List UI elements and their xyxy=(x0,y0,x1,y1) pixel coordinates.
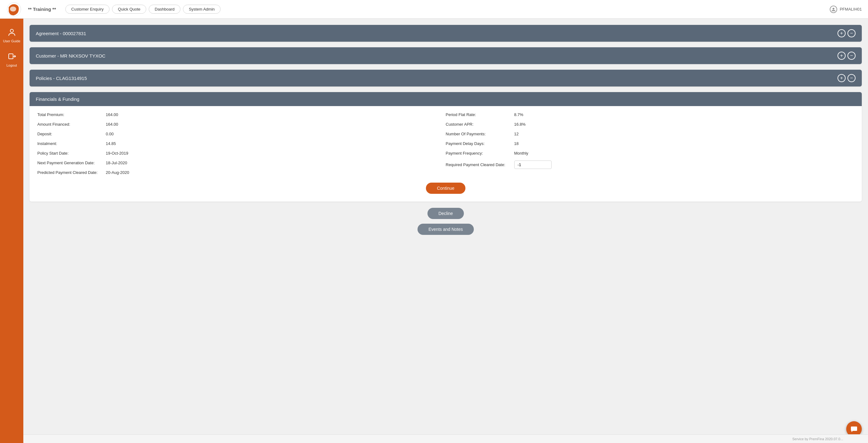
total-premium-label: Total Premium: xyxy=(37,112,106,117)
dashboard-btn[interactable]: Dashboard xyxy=(149,5,181,14)
amount-financed-label: Amount Financed: xyxy=(37,122,106,127)
sidebar-item-user-guide[interactable]: User Guide xyxy=(1,25,23,46)
field-predicted-payment-cleared: Predicted Payment Cleared Date: 20-Aug-2… xyxy=(37,170,446,175)
customer-panel: Customer - MR NKXSOV TYXOC + − xyxy=(30,47,862,64)
predicted-payment-cleared-label: Predicted Payment Cleared Date: xyxy=(37,170,106,175)
customer-apr-label: Customer APR: xyxy=(446,122,514,127)
instalment-label: Instalment: xyxy=(37,141,106,146)
svg-point-1 xyxy=(10,6,16,11)
customer-expand-btn[interactable]: + xyxy=(838,52,846,60)
predicted-payment-cleared-value: 20-Aug-2020 xyxy=(106,170,129,175)
customer-enquiry-btn[interactable]: Customer Enquiry xyxy=(65,5,110,14)
policy-start-date-label: Policy Start Date: xyxy=(37,151,106,156)
user-info: PFMALIH01 xyxy=(830,6,862,13)
continue-button[interactable]: Continue xyxy=(426,183,465,194)
financials-title: Financials & Funding xyxy=(36,96,79,102)
policies-panel: Policies - CLAG1314915 + − xyxy=(30,70,862,87)
required-payment-cleared-label: Required Payment Cleared Date: xyxy=(446,162,514,167)
sidebar-item-logout[interactable]: Logout xyxy=(1,49,23,70)
field-payment-delay-days: Payment Delay Days: 18 xyxy=(446,141,854,146)
financials-header: Financials & Funding xyxy=(30,92,862,106)
svg-point-3 xyxy=(10,29,13,32)
next-payment-gen-date-value: 18-Jul-2020 xyxy=(106,161,127,165)
customer-collapse-btn[interactable]: − xyxy=(847,52,856,60)
app-title: ** Training ** xyxy=(28,6,56,12)
continue-row: Continue xyxy=(37,183,854,194)
logout-icon xyxy=(8,52,16,62)
events-notes-button[interactable]: Events and Notes xyxy=(417,224,474,235)
field-instalment: Instalment: 14.85 xyxy=(37,141,446,146)
user-guide-icon xyxy=(8,28,16,38)
policies-collapse-btn[interactable]: − xyxy=(847,74,856,82)
field-amount-financed: Amount Financed: 164.00 xyxy=(37,122,446,127)
customer-apr-value: 16.8% xyxy=(514,122,526,127)
customer-header: Customer - MR NKXSOV TYXOC + − xyxy=(30,47,862,64)
financials-right-col: Period Flat Rate: 8.7% Customer APR: 16.… xyxy=(446,112,854,175)
field-customer-apr: Customer APR: 16.8% xyxy=(446,122,854,127)
total-premium-value: 164.00 xyxy=(106,112,118,117)
policies-controls: + − xyxy=(838,74,856,82)
field-next-payment-gen-date: Next Payment Generation Date: 18-Jul-202… xyxy=(37,161,446,165)
customer-controls: + − xyxy=(838,52,856,60)
policies-header: Policies - CLAG1314915 + − xyxy=(30,70,862,87)
sidebar: User Guide Logout xyxy=(0,19,23,443)
username: PFMALIH01 xyxy=(840,7,862,11)
agreement-panel: Agreement - 000027831 + − xyxy=(30,25,862,42)
financials-grid: Total Premium: 164.00 Amount Financed: 1… xyxy=(37,112,854,175)
financials-body: Total Premium: 164.00 Amount Financed: 1… xyxy=(30,106,862,201)
field-number-of-payments: Number Of Payments: 12 xyxy=(446,132,854,136)
agreement-collapse-btn[interactable]: − xyxy=(847,29,856,37)
policies-expand-btn[interactable]: + xyxy=(838,74,846,82)
deposit-value: 0.00 xyxy=(106,132,114,136)
field-total-premium: Total Premium: 164.00 xyxy=(37,112,446,117)
agreement-expand-btn[interactable]: + xyxy=(838,29,846,37)
field-required-payment-cleared: Required Payment Cleared Date: xyxy=(446,161,854,169)
period-flat-rate-label: Period Flat Rate: xyxy=(446,112,514,117)
deposit-label: Deposit: xyxy=(37,132,106,136)
main-content: Agreement - 000027831 + − Customer - MR … xyxy=(23,19,868,443)
amount-financed-value: 164.00 xyxy=(106,122,118,127)
required-payment-cleared-input[interactable] xyxy=(514,161,552,169)
policy-start-date-value: 19-Oct-2019 xyxy=(106,151,128,156)
system-admin-btn[interactable]: System Admin xyxy=(183,5,221,14)
user-guide-label: User Guide xyxy=(3,39,21,43)
number-of-payments-label: Number Of Payments: xyxy=(446,132,514,136)
svg-point-2 xyxy=(833,8,834,10)
nav-buttons: Customer Enquiry Quick Quote Dashboard S… xyxy=(65,5,221,14)
customer-title: Customer - MR NKXSOV TYXOC xyxy=(36,53,105,59)
financials-left-col: Total Premium: 164.00 Amount Financed: 1… xyxy=(37,112,446,175)
logout-label: Logout xyxy=(6,63,17,67)
number-of-payments-value: 12 xyxy=(514,132,519,136)
footer-text: Service by PremFina 2020.07.0... xyxy=(793,437,843,441)
agreement-controls: + − xyxy=(838,29,856,37)
field-deposit: Deposit: 0.00 xyxy=(37,132,446,136)
bottom-actions: Decline Events and Notes xyxy=(30,208,862,244)
next-payment-gen-date-label: Next Payment Generation Date: xyxy=(37,161,106,165)
field-period-flat-rate: Period Flat Rate: 8.7% xyxy=(446,112,854,117)
policies-title: Policies - CLAG1314915 xyxy=(36,75,87,81)
user-icon xyxy=(830,6,837,13)
financials-panel: Financials & Funding Total Premium: 164.… xyxy=(30,92,862,201)
agreement-title: Agreement - 000027831 xyxy=(36,31,86,36)
quick-quote-btn[interactable]: Quick Quote xyxy=(112,5,146,14)
footer-bar: Service by PremFina 2020.07.0... xyxy=(23,434,868,443)
top-nav: ** Training ** Customer Enquiry Quick Qu… xyxy=(0,0,868,19)
payment-delay-days-label: Payment Delay Days: xyxy=(446,141,514,146)
field-payment-frequency: Payment Frequency: Monthly xyxy=(446,151,854,156)
payment-delay-days-value: 18 xyxy=(514,141,519,146)
svg-rect-4 xyxy=(9,54,13,59)
decline-button[interactable]: Decline xyxy=(428,208,464,219)
payment-frequency-value: Monthly xyxy=(514,151,529,156)
instalment-value: 14.85 xyxy=(106,141,116,146)
field-policy-start-date: Policy Start Date: 19-Oct-2019 xyxy=(37,151,446,156)
logo xyxy=(6,2,22,17)
agreement-header: Agreement - 000027831 + − xyxy=(30,25,862,42)
period-flat-rate-value: 8.7% xyxy=(514,112,524,117)
payment-frequency-label: Payment Frequency: xyxy=(446,151,514,156)
